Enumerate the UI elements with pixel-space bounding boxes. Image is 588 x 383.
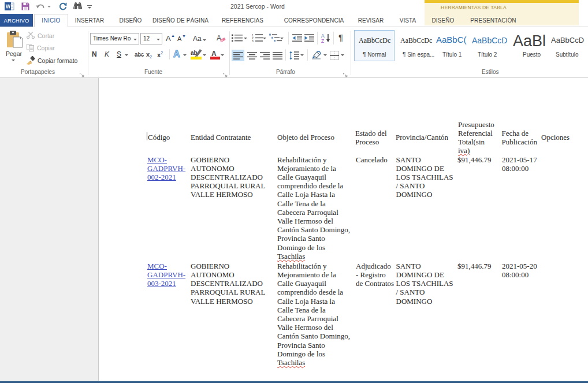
svg-text:Z: Z xyxy=(321,38,324,43)
svg-text:3: 3 xyxy=(252,39,254,42)
